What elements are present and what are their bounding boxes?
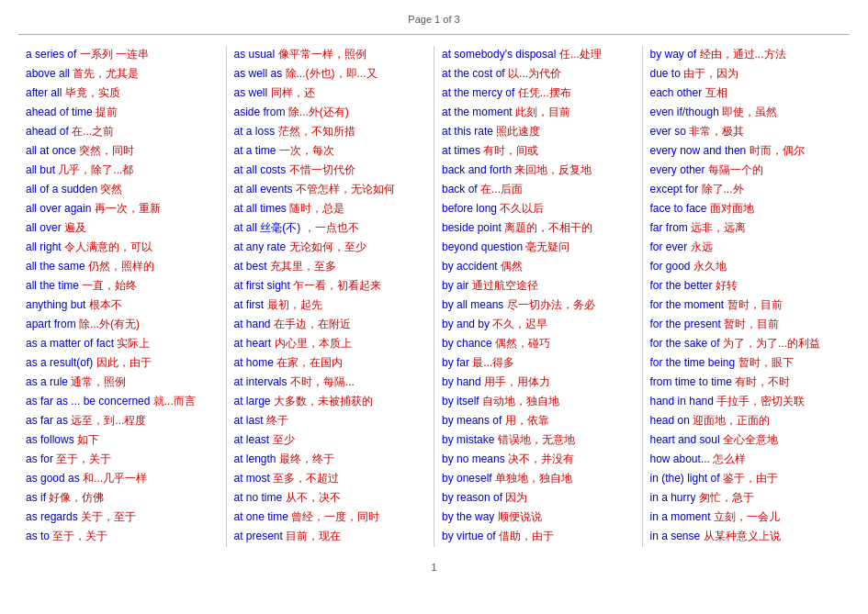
entry-chinese: 因此，由于 [96, 356, 152, 369]
list-item: at large 大多数，未被捕获的 [234, 393, 427, 409]
list-item: for the better 好转 [650, 277, 843, 294]
entry-english: how about... [650, 452, 714, 465]
list-item: at no time 从不，决不 [234, 489, 427, 506]
list-item: how about... 怎么样 [650, 451, 843, 467]
list-item: each other 互相 [650, 84, 843, 101]
list-item: in (the) light of 鉴于，由于 [650, 470, 843, 486]
entry-chinese: 提前 [96, 106, 118, 118]
list-item: at last 终于 [234, 412, 427, 429]
entry-english: all the same [26, 260, 88, 273]
list-item: beyond question 毫无疑问 [442, 239, 635, 255]
list-item: above all 首先，尤其是 [26, 65, 219, 82]
list-item: at a loss 茫然，不知所措 [234, 123, 427, 140]
list-item: at any rate 无论如何，至少 [234, 239, 427, 255]
entry-english: as a rule [26, 375, 71, 388]
entry-chinese: 仍然，照样的 [88, 260, 154, 273]
entry-chinese: 互相 [705, 86, 727, 99]
list-item: as far as ... be concerned 就...而言 [26, 393, 219, 409]
list-item: by hand 用手，用体力 [442, 374, 635, 390]
list-item: before long 不久以后 [442, 200, 635, 217]
list-item: in a moment 立刻，一会儿 [650, 508, 843, 525]
list-item: as well as 除...(外也)，即...又 [234, 65, 427, 82]
entry-english: as far as ... be concerned [26, 395, 153, 407]
entry-english: at intervals [234, 375, 290, 388]
entry-english: a series of [26, 48, 80, 61]
list-item: by reason of 因为 [442, 489, 635, 506]
entry-chinese: 终于 [266, 414, 288, 427]
list-item: hand in hand 手拉手，密切关联 [650, 393, 843, 409]
entry-chinese: 在手边，在附近 [274, 318, 351, 330]
entry-english: apart from [26, 318, 79, 330]
entry-english: for good [650, 260, 693, 273]
entry-chinese: 自动地，独自地 [482, 395, 559, 407]
list-item: all right 令人满意的，可以 [26, 239, 219, 255]
entry-english: by and by [442, 318, 492, 330]
entry-chinese: 和...几乎一样 [83, 472, 147, 485]
entry-chinese: 毫无疑问 [525, 240, 569, 253]
entry-chinese: 以...为代价 [508, 67, 561, 80]
entry-english: as usual [234, 48, 278, 61]
entry-chinese: 随时，总是 [289, 202, 344, 215]
entry-english: by means of [442, 414, 505, 427]
list-item: a series of 一系列 一连串 [26, 46, 219, 62]
list-item: back and forth 来回地，反复地 [442, 162, 635, 178]
entry-english: at heart [234, 337, 275, 350]
entry-chinese: 最初，起先 [267, 298, 322, 311]
entry-english: every other [650, 163, 708, 176]
list-item: as if 好像，仿佛 [26, 489, 219, 506]
entry-english: in a hurry [650, 491, 699, 504]
entry-chinese: 曾经，一度，同时 [291, 510, 379, 523]
entry-english: at the cost of [442, 67, 508, 80]
list-item: at a time 一次，每次 [234, 142, 427, 159]
entry-english: anything but [26, 298, 89, 311]
entry-english: all at once [26, 144, 79, 157]
list-item: beside point 离题的，不相干的 [442, 219, 635, 236]
list-item: for the present 暂时，目前 [650, 316, 843, 332]
list-item: as good as 和...几乎一样 [26, 470, 219, 486]
entry-chinese: 突然，同时 [79, 144, 134, 157]
list-item: at this rate 照此速度 [442, 123, 635, 140]
list-item: except for 除了...外 [650, 181, 843, 197]
entry-english: all of a sudden [26, 183, 100, 195]
entry-chinese: 尽一切办法，务必 [507, 298, 595, 311]
entry-chinese: 充其里，至多 [270, 260, 336, 273]
entry-chinese: 茫然，不知所措 [278, 125, 355, 138]
column-1: a series of 一系列 一连串above all 首先，尤其是after… [18, 46, 227, 547]
entry-chinese: 就...而言 [153, 395, 196, 407]
entry-chinese: 用手，用体力 [484, 375, 550, 388]
list-item: all the time 一直，始终 [26, 277, 219, 294]
entry-chinese: 鉴于，由于 [723, 472, 778, 485]
entry-chinese: 除...(外也)，即...又 [286, 67, 378, 80]
entry-chinese: 最...得多 [472, 356, 514, 369]
list-item: after all 毕竟，实质 [26, 84, 219, 101]
entry-chinese: 从不，决不 [286, 491, 341, 504]
list-item: all the same 仍然，照样的 [26, 258, 219, 274]
entry-english: for the better [650, 279, 716, 292]
entry-chinese: 如下 [77, 433, 99, 446]
entry-english: above all [26, 67, 73, 80]
list-item: as to 至于，关于 [26, 528, 219, 544]
list-item: at heart 内心里，本质上 [234, 335, 427, 352]
entry-chinese: 时而，偶尔 [750, 144, 805, 157]
entry-chinese: 至少 [273, 433, 295, 446]
list-item: at present 目前，现在 [234, 528, 427, 544]
content-area: a series of 一系列 一连串above all 首先，尤其是after… [18, 46, 850, 547]
entry-english: heart and soul [650, 433, 723, 446]
entry-chinese: 内心里，本质上 [275, 337, 352, 350]
list-item: ahead of 在...之前 [26, 123, 219, 140]
list-item: by air 通过航空途径 [442, 277, 635, 294]
entry-chinese: 首先，尤其是 [73, 67, 139, 80]
entry-english: at large [234, 395, 274, 407]
list-item: at all times 随时，总是 [234, 200, 427, 217]
entry-english: at one time [234, 510, 292, 523]
entry-chinese: 决不，并没有 [508, 452, 574, 465]
entry-english: ever so [650, 125, 690, 138]
entry-english: back of [442, 183, 480, 195]
entry-english: by chance [442, 337, 495, 350]
entry-english: as good as [26, 472, 83, 485]
entry-chinese: 大多数，未被捕获的 [274, 395, 373, 407]
column-3: at somebody's disposal 任...处理at the cost… [434, 46, 643, 547]
list-item: all of a sudden 突然 [26, 181, 219, 197]
list-item: at first 最初，起先 [234, 296, 427, 313]
entry-english: as regards [26, 510, 81, 523]
